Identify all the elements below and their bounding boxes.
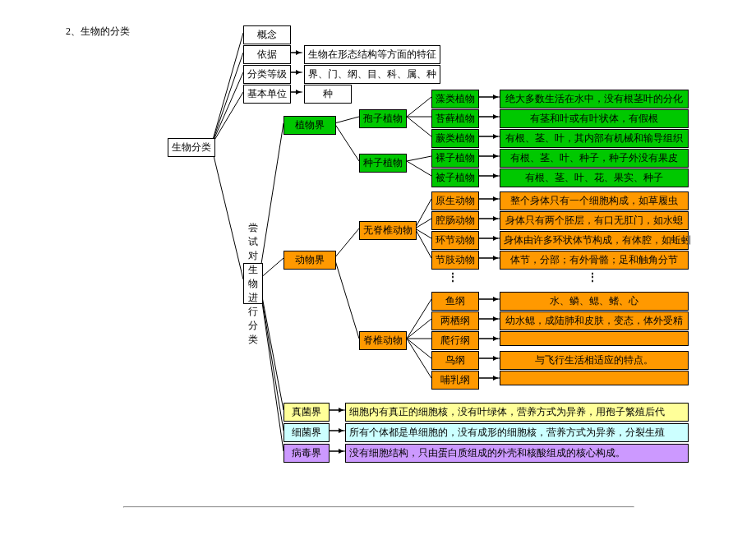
mammal-text — [500, 371, 689, 385]
vertebrate: 脊椎动物 — [359, 331, 407, 350]
algae: 藻类植物 — [431, 90, 479, 108]
arthropod-text: 体节，分部；有外骨骼；足和触角分节 — [500, 251, 689, 270]
bird: 鸟纲 — [431, 351, 479, 370]
mammal: 哺乳纲 — [431, 371, 479, 390]
protozoa-text: 整个身体只有一个细胞构成，如草履虫 — [500, 191, 689, 210]
amphibian-text: 幼水鳃，成陆肺和皮肤，变态，体外受精 — [500, 311, 689, 330]
fungi-text: 细胞内有真正的细胞核，没有叶绿体，营养方式为异养，用孢子繁殖后代 — [345, 403, 689, 422]
annelid: 环节动物 — [431, 231, 479, 250]
arthropod: 节肢动物 — [431, 251, 479, 270]
animal-kingdom: 动物界 — [284, 251, 336, 270]
bird-text: 与飞行生活相适应的特点。 — [500, 351, 689, 370]
concept-node: 概念 — [243, 25, 291, 44]
bacteria-kingdom: 细菌界 — [284, 423, 330, 442]
angiosperm-text: 有根、茎、叶、花、果实、种子 — [500, 168, 689, 187]
footer-divider — [123, 506, 634, 508]
fish: 鱼纲 — [431, 292, 479, 311]
moss: 苔藓植物 — [431, 109, 479, 128]
ellipsis-icon: ⋮ — [588, 271, 597, 284]
rank-node: 分类等级 — [243, 65, 291, 84]
annelid-text: 身体由许多环状体节构成，有体腔，如蚯蚓 — [500, 231, 689, 250]
fish-text: 水、鳞、鳃、鳍、心 — [500, 292, 689, 311]
reptile: 爬行纲 — [431, 331, 479, 350]
virus-kingdom: 病毒界 — [284, 444, 330, 463]
rank-text: 界、门、纲、目、科、属、种 — [304, 65, 440, 84]
amphibian: 两栖纲 — [431, 311, 479, 330]
fungi-kingdom: 真菌界 — [284, 403, 330, 422]
angiosperm: 被子植物 — [431, 168, 479, 187]
basis-text: 生物在形态结构等方面的特征 — [304, 45, 440, 64]
ellipsis-icon: ⋮ — [448, 271, 458, 284]
coelenterate-text: 身体只有两个胚层，有口无肛门，如水螅 — [500, 211, 689, 230]
virus-text: 没有细胞结构，只由蛋白质组成的外壳和核酸组成的核心构成。 — [345, 444, 689, 463]
algae-text: 绝大多数生活在水中，没有根茎叶的分化 — [500, 90, 689, 108]
seed-plants: 种子植物 — [359, 154, 407, 173]
unit-node: 基本单位 — [243, 85, 291, 104]
unit-text: 种 — [304, 85, 352, 104]
fern: 蕨类植物 — [431, 129, 479, 148]
root-node: 生物分类 — [168, 138, 215, 157]
gymnosperm: 裸子植物 — [431, 149, 479, 168]
invertebrate: 无脊椎动物 — [359, 221, 417, 240]
fern-text: 有根、茎、叶，其内部有机械和输导组织 — [500, 129, 689, 148]
reptile-text — [500, 331, 689, 346]
try-classify-node: 尝试对生物 进行分类 — [243, 263, 263, 304]
plant-kingdom: 植物界 — [284, 116, 336, 135]
coelenterate: 腔肠动物 — [431, 211, 479, 230]
protozoa: 原生动物 — [431, 191, 479, 210]
gymnosperm-text: 有根、茎、叶、种子，种子外没有果皮 — [500, 149, 689, 168]
bacteria-text: 所有个体都是单细胞的，没有成形的细胞核，营养方式为异养，分裂生殖 — [345, 423, 689, 442]
moss-text: 有茎和叶或有叶状体，有假根 — [500, 109, 689, 128]
basis-node: 依据 — [243, 45, 291, 64]
spore-plants: 孢子植物 — [359, 109, 407, 128]
